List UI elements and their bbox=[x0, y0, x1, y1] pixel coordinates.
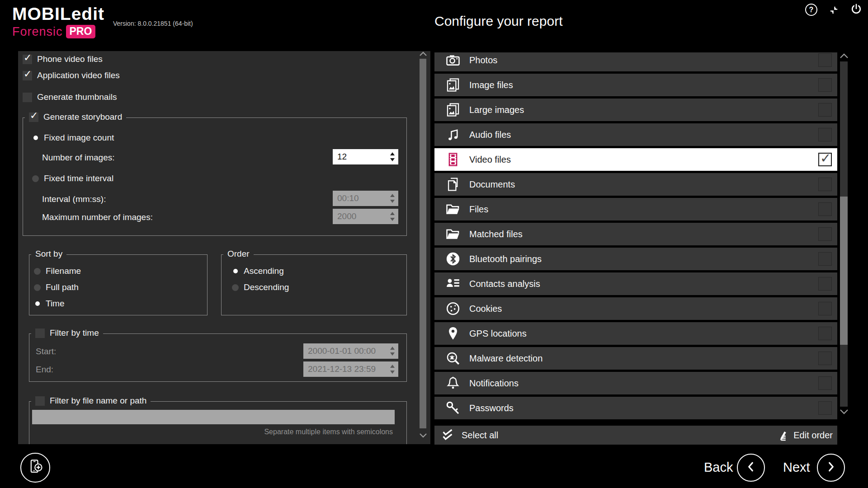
select-all-icon[interactable] bbox=[441, 428, 454, 442]
report-item-checkbox[interactable] bbox=[818, 178, 832, 191]
next-button-label[interactable]: Next bbox=[783, 460, 810, 475]
interval-spinner[interactable] bbox=[333, 191, 398, 206]
checkbox-unchecked-icon[interactable] bbox=[23, 93, 32, 102]
radio-selected-icon[interactable] bbox=[232, 268, 239, 275]
spin-up-icon[interactable] bbox=[390, 152, 395, 155]
application-video-files-checkbox[interactable]: Application video files bbox=[23, 70, 120, 81]
spin-down-icon[interactable] bbox=[390, 200, 395, 203]
spin-up-icon[interactable] bbox=[390, 212, 395, 215]
spinner-arrows[interactable] bbox=[387, 209, 398, 224]
report-item-passwords[interactable]: Passwords bbox=[434, 397, 837, 419]
start-date-spinner[interactable] bbox=[303, 343, 398, 359]
spinner-arrows[interactable] bbox=[387, 191, 398, 206]
report-item-image-files[interactable]: Image files bbox=[434, 74, 837, 96]
report-item-checkbox[interactable] bbox=[818, 376, 832, 390]
report-item-gps-locations[interactable]: GPS locations bbox=[434, 322, 837, 345]
report-item-contacts-analysis[interactable]: Contacts analysis bbox=[434, 272, 837, 295]
report-item-checkbox[interactable] bbox=[818, 302, 832, 315]
max-images-spinner[interactable] bbox=[333, 209, 398, 224]
report-item-checkbox[interactable] bbox=[818, 128, 832, 141]
phone-video-files-checkbox[interactable]: Phone video files bbox=[23, 54, 103, 65]
fixed-time-interval-radio[interactable]: Fixed time interval bbox=[32, 173, 113, 184]
report-item-checkbox[interactable] bbox=[818, 327, 832, 340]
report-item-video-files[interactable]: Video files bbox=[434, 148, 837, 171]
spin-down-icon[interactable] bbox=[390, 371, 395, 374]
checkbox-checked-icon[interactable] bbox=[29, 113, 38, 122]
sort-full-path-radio[interactable]: Full path bbox=[34, 282, 79, 293]
radio-selected-icon[interactable] bbox=[34, 300, 41, 307]
connect-phone-button[interactable] bbox=[20, 453, 50, 483]
end-date-spinner[interactable] bbox=[303, 361, 398, 377]
back-button-label[interactable]: Back bbox=[704, 460, 733, 475]
report-item-checkbox-checked[interactable] bbox=[818, 153, 832, 166]
spin-down-icon[interactable] bbox=[390, 218, 395, 221]
spin-down-icon[interactable] bbox=[390, 352, 395, 356]
report-item-checkbox[interactable] bbox=[818, 252, 832, 266]
checkbox-unchecked-icon[interactable] bbox=[35, 328, 45, 338]
radio-selected-icon[interactable] bbox=[32, 135, 39, 141]
scroll-down-icon[interactable] bbox=[840, 409, 849, 415]
spin-up-icon[interactable] bbox=[390, 194, 395, 197]
report-item-notifications[interactable]: Notifications bbox=[434, 372, 837, 394]
report-item-documents[interactable]: Documents bbox=[434, 173, 837, 196]
generate-storyboard-checkbox[interactable]: Generate storyboard bbox=[25, 112, 126, 122]
spin-up-icon[interactable] bbox=[390, 365, 395, 368]
report-item-bluetooth-pairings[interactable]: Bluetooth pairings bbox=[434, 248, 837, 270]
spinner-arrows[interactable] bbox=[387, 343, 398, 359]
help-icon[interactable] bbox=[805, 4, 817, 16]
radio-unselected-icon[interactable] bbox=[34, 284, 41, 291]
edit-order-button[interactable]: Edit order bbox=[774, 428, 833, 442]
logo-forensic: Forensic bbox=[12, 25, 63, 39]
checkbox-checked-icon[interactable] bbox=[23, 55, 32, 64]
select-all-button[interactable]: Select all bbox=[462, 430, 498, 441]
order-ascending-radio[interactable]: Ascending bbox=[232, 266, 284, 277]
filename-filter-input[interactable] bbox=[32, 410, 395, 424]
report-item-checkbox[interactable] bbox=[818, 103, 832, 117]
scroll-down-icon[interactable] bbox=[419, 433, 427, 438]
order-descending-radio[interactable]: Descending bbox=[232, 282, 289, 293]
report-item-matched-files[interactable]: Matched files bbox=[434, 223, 837, 245]
report-item-checkbox[interactable] bbox=[818, 202, 832, 216]
filter-by-time-checkbox[interactable]: Filter by time bbox=[31, 328, 103, 338]
spinner-arrows[interactable] bbox=[387, 149, 398, 164]
back-button[interactable] bbox=[737, 454, 765, 482]
report-item-checkbox[interactable] bbox=[818, 277, 832, 291]
radio-unselected-icon[interactable] bbox=[34, 268, 41, 275]
report-item-checkbox[interactable] bbox=[818, 78, 832, 92]
start-date-input[interactable] bbox=[303, 343, 387, 359]
sort-filename-radio[interactable]: Filename bbox=[34, 266, 81, 277]
report-item-photos[interactable]: Photos bbox=[434, 52, 837, 71]
checkbox-checked-icon[interactable] bbox=[23, 71, 32, 80]
scrollbar-thumb[interactable] bbox=[840, 197, 848, 345]
scroll-up-icon[interactable] bbox=[419, 51, 427, 56]
report-item-audio-files[interactable]: Audio files bbox=[434, 123, 837, 146]
report-item-files[interactable]: Files bbox=[434, 198, 837, 221]
generate-thumbnails-checkbox[interactable]: Generate thumbnails bbox=[23, 92, 117, 103]
report-item-large-images[interactable]: Large images bbox=[434, 99, 837, 121]
report-item-malware-detection[interactable]: Malware detection bbox=[434, 347, 837, 370]
radio-unselected-icon[interactable] bbox=[32, 175, 39, 182]
scrollbar-thumb[interactable] bbox=[420, 59, 426, 428]
scroll-up-icon[interactable] bbox=[840, 53, 849, 59]
spin-down-icon[interactable] bbox=[390, 158, 395, 161]
max-images-input[interactable] bbox=[333, 209, 387, 224]
report-item-checkbox[interactable] bbox=[818, 401, 832, 415]
report-item-checkbox[interactable] bbox=[818, 352, 832, 365]
report-item-checkbox[interactable] bbox=[818, 227, 832, 241]
restore-icon[interactable] bbox=[829, 5, 839, 17]
number-of-images-input[interactable] bbox=[333, 149, 387, 164]
checkbox-unchecked-icon[interactable] bbox=[35, 396, 45, 406]
radio-unselected-icon[interactable] bbox=[232, 284, 239, 291]
interval-input[interactable] bbox=[333, 191, 387, 206]
report-item-cookies[interactable]: Cookies bbox=[434, 297, 837, 320]
end-date-input[interactable] bbox=[303, 361, 387, 377]
next-button[interactable] bbox=[817, 454, 845, 482]
sort-time-radio[interactable]: Time bbox=[34, 298, 65, 309]
power-icon[interactable] bbox=[850, 3, 862, 17]
filter-by-name-checkbox[interactable]: Filter by file name or path bbox=[31, 396, 151, 406]
number-of-images-spinner[interactable] bbox=[333, 149, 398, 164]
fixed-image-count-radio[interactable]: Fixed image count bbox=[32, 132, 114, 143]
spinner-arrows[interactable] bbox=[387, 361, 398, 377]
report-item-checkbox[interactable] bbox=[818, 53, 832, 67]
spin-up-icon[interactable] bbox=[390, 347, 395, 350]
